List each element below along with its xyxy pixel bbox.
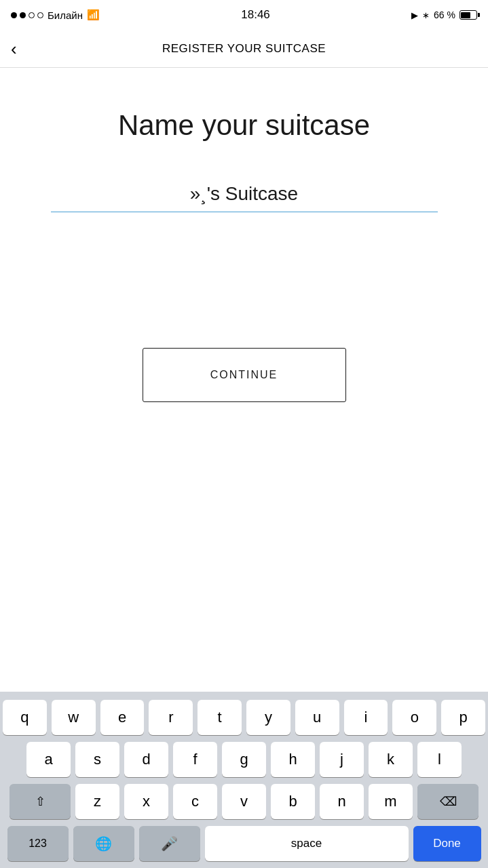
location-icon: ▶ xyxy=(411,10,418,20)
dot4 xyxy=(37,12,43,18)
key-o[interactable]: o xyxy=(392,700,436,735)
status-bar: Билайн 📶 18:46 ▶ ∗ 66 % xyxy=(0,0,488,30)
status-time: 18:46 xyxy=(241,8,270,22)
dot2 xyxy=(20,12,26,18)
key-g[interactable]: g xyxy=(222,742,266,777)
main-content: Name your suitcase CONTINUE xyxy=(0,68,488,429)
dot1 xyxy=(11,12,17,18)
key-i[interactable]: i xyxy=(344,700,388,735)
bluetooth-icon: ∗ xyxy=(422,10,430,20)
delete-key[interactable]: ⌫ xyxy=(417,784,478,819)
nav-title: REGISTER YOUR SUITCASE xyxy=(162,42,326,56)
carrier-name: Билайн xyxy=(48,9,83,21)
key-d[interactable]: d xyxy=(124,742,168,777)
key-f[interactable]: f xyxy=(173,742,217,777)
suitcase-name-input[interactable] xyxy=(51,183,438,212)
wifi-icon: 📶 xyxy=(87,9,100,21)
key-y[interactable]: y xyxy=(246,700,290,735)
key-j[interactable]: j xyxy=(320,742,364,777)
dot3 xyxy=(29,12,35,18)
key-k[interactable]: k xyxy=(369,742,413,777)
key-c[interactable]: c xyxy=(173,784,217,819)
keyboard-bottom-row: 123 🌐 🎤 space Done xyxy=(3,826,485,861)
keyboard: q w e r t y u i o p a s d f g h j k l ⇧ … xyxy=(0,692,488,868)
key-b[interactable]: b xyxy=(271,784,315,819)
key-x[interactable]: x xyxy=(124,784,168,819)
keyboard-row-2: a s d f g h j k l xyxy=(3,742,485,777)
key-l[interactable]: l xyxy=(417,742,462,777)
key-r[interactable]: r xyxy=(149,700,193,735)
continue-button[interactable]: CONTINUE xyxy=(143,348,346,402)
key-v[interactable]: v xyxy=(222,784,266,819)
keyboard-row-1: q w e r t y u i o p xyxy=(3,700,485,735)
key-n[interactable]: n xyxy=(320,784,364,819)
space-key[interactable]: space xyxy=(205,826,409,861)
key-s[interactable]: s xyxy=(75,742,119,777)
key-q[interactable]: q xyxy=(3,700,47,735)
battery-fill xyxy=(461,12,470,18)
shift-key[interactable]: ⇧ xyxy=(10,784,71,819)
key-w[interactable]: w xyxy=(52,700,96,735)
status-right: ▶ ∗ 66 % xyxy=(411,9,477,20)
key-u[interactable]: u xyxy=(295,700,339,735)
key-p[interactable]: p xyxy=(441,700,485,735)
num-key[interactable]: 123 xyxy=(7,826,69,861)
key-h[interactable]: h xyxy=(271,742,315,777)
key-a[interactable]: a xyxy=(26,742,71,777)
done-key[interactable]: Done xyxy=(413,826,481,861)
globe-key[interactable]: 🌐 xyxy=(73,826,134,861)
nav-bar: ‹ REGISTER YOUR SUITCASE xyxy=(0,30,488,68)
battery-icon xyxy=(459,10,477,20)
signal-dots xyxy=(11,12,43,18)
key-m[interactable]: m xyxy=(369,784,413,819)
battery-percent: 66 % xyxy=(434,9,455,20)
key-z[interactable]: z xyxy=(75,784,119,819)
mic-key[interactable]: 🎤 xyxy=(139,826,200,861)
back-button[interactable]: ‹ xyxy=(11,40,17,58)
key-e[interactable]: e xyxy=(100,700,145,735)
key-t[interactable]: t xyxy=(198,700,242,735)
status-left: Билайн 📶 xyxy=(11,9,100,21)
page-heading: Name your suitcase xyxy=(118,108,370,142)
keyboard-row-3: ⇧ z x c v b n m ⌫ xyxy=(3,784,485,819)
